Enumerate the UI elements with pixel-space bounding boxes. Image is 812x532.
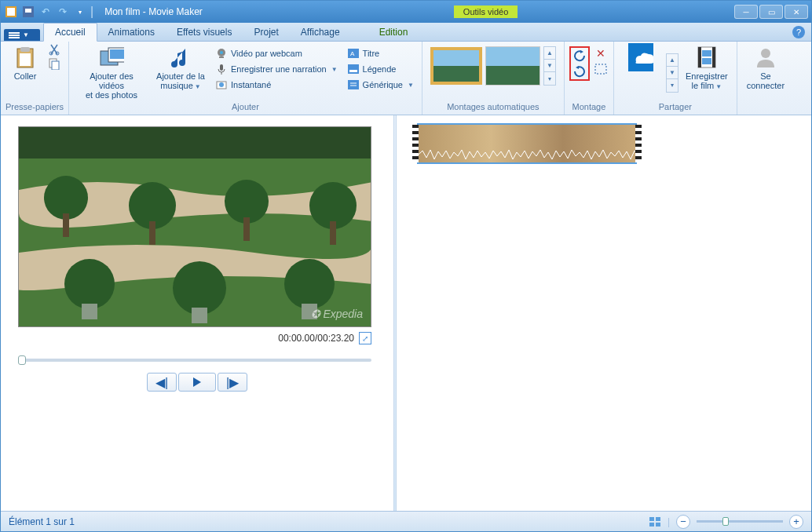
timeline-clip[interactable]: [417, 123, 637, 164]
play-button[interactable]: [178, 373, 216, 392]
zoom-controls: | − +: [649, 515, 803, 529]
rotate-right-icon[interactable]: [572, 64, 587, 78]
credits-icon: [347, 78, 360, 91]
delete-icon[interactable]: ✕: [593, 46, 609, 60]
photos-icon: [99, 45, 124, 70]
svg-point-46: [64, 259, 115, 309]
ajouter-musique-label: Ajouter de la musique▼: [156, 71, 205, 91]
thumbnails-view-icon[interactable]: [649, 516, 661, 528]
tab-accueil[interactable]: Accueil: [43, 23, 97, 42]
tab-affichage[interactable]: Affichage: [290, 24, 351, 41]
ajouter-videos-label: Ajouter des vidéos et des photos: [77, 71, 146, 100]
select-all-icon[interactable]: [593, 62, 609, 76]
fullscreen-icon[interactable]: ⤢: [359, 332, 371, 344]
share-up-icon[interactable]: ▲: [667, 54, 678, 67]
status-text: Élément 1 sur 1: [9, 516, 75, 527]
svg-rect-32: [712, 47, 715, 67]
chevron-down-icon: ▼: [331, 66, 338, 73]
titre-button[interactable]: A Titre: [344, 46, 417, 60]
next-frame-button[interactable]: |▶: [218, 373, 247, 392]
svg-rect-41: [149, 221, 155, 245]
svg-rect-34: [702, 58, 711, 64]
time-row: 00:00.00/00:23.20 ⤢: [18, 332, 371, 344]
prev-frame-button[interactable]: ◀|: [147, 373, 177, 392]
ajouter-musique-button[interactable]: Ajouter de la musique▼: [152, 43, 209, 93]
automovie-theme-1[interactable]: [430, 47, 482, 85]
svg-rect-17: [220, 64, 223, 71]
share-gallery-nav: ▲ ▼ ▾: [666, 53, 678, 93]
zoom-out-button[interactable]: −: [676, 515, 690, 529]
svg-rect-43: [243, 217, 250, 241]
svg-point-20: [219, 82, 224, 87]
file-tab[interactable]: ▼: [4, 29, 40, 41]
seek-slider[interactable]: [18, 359, 371, 362]
instantane-button[interactable]: Instantané: [212, 78, 341, 92]
enregistrer-film-label: Enregistrer le film▼: [686, 71, 728, 91]
svg-rect-39: [63, 213, 69, 237]
save-icon[interactable]: [21, 5, 35, 19]
svg-rect-49: [192, 308, 207, 323]
undo-icon[interactable]: ↶: [38, 5, 53, 19]
gallery-up-icon[interactable]: ▲: [544, 47, 555, 60]
timeline-pane[interactable]: [397, 115, 811, 511]
legende-button[interactable]: Légende: [344, 62, 417, 76]
svg-rect-33: [702, 50, 711, 56]
coller-button[interactable]: Coller: [5, 43, 45, 82]
generique-button[interactable]: Générique ▼: [344, 78, 417, 92]
group-ajouter: Ajouter des vidéos et des photos Ajouter…: [69, 42, 422, 115]
svg-rect-1: [7, 8, 15, 16]
svg-rect-25: [348, 80, 359, 89]
cut-icon[interactable]: [48, 43, 60, 56]
enregistrer-film-button[interactable]: Enregistrer le film▼: [682, 43, 732, 93]
minimize-button[interactable]: ─: [734, 5, 758, 19]
coller-label: Coller: [14, 71, 37, 81]
ajouter-videos-photos-button[interactable]: Ajouter des vidéos et des photos: [74, 43, 149, 101]
redo-icon[interactable]: ↷: [56, 5, 70, 19]
gallery-nav: ▲ ▼ ▾: [543, 46, 556, 86]
zoom-knob[interactable]: [722, 517, 729, 526]
share-more-icon[interactable]: ▾: [667, 79, 678, 92]
tab-edition[interactable]: Edition: [368, 24, 419, 41]
se-connecter-button[interactable]: Se connecter: [742, 43, 789, 92]
tab-projet[interactable]: Projet: [243, 24, 289, 41]
gallery-down-icon[interactable]: ▼: [544, 60, 555, 72]
zoom-slider[interactable]: [697, 520, 783, 523]
automovie-theme-2[interactable]: [485, 46, 540, 86]
narration-button[interactable]: Enregistrer une narration ▼: [212, 62, 341, 76]
zoom-in-button[interactable]: +: [789, 515, 803, 529]
preview-image: [19, 127, 371, 327]
svg-rect-5: [20, 47, 30, 52]
app-icon[interactable]: [4, 5, 18, 19]
svg-rect-31: [698, 47, 701, 67]
title-bar: ↶ ↷ ▾ | Mon film - Movie Maker Outils vi…: [1, 1, 811, 23]
automovie-gallery: ▲ ▼ ▾: [427, 43, 559, 89]
group-label-connecter: [742, 111, 789, 113]
group-label-montages-auto: Montages automatiques: [427, 102, 559, 113]
rotate-left-icon[interactable]: [572, 49, 587, 63]
close-button[interactable]: ✕: [785, 5, 808, 19]
seek-knob[interactable]: [18, 355, 26, 365]
preview-pane: ✪ Expedia 00:00.00/00:23.20 ⤢ ◀| |▶: [1, 115, 393, 511]
webcam-button[interactable]: Vidéo par webcam: [212, 46, 341, 60]
music-note-icon: [168, 45, 193, 70]
qat-dropdown-icon[interactable]: ▾: [73, 5, 87, 19]
group-partager: ▲ ▼ ▾ Enregistrer le film▼ Partager: [614, 42, 737, 115]
share-down-icon[interactable]: ▼: [667, 67, 678, 79]
onedrive-icon: [628, 45, 653, 70]
maximize-button[interactable]: ▭: [759, 5, 783, 19]
copy-icon[interactable]: [48, 57, 60, 70]
gallery-more-icon[interactable]: ▾: [544, 72, 555, 85]
help-button[interactable]: ?: [792, 26, 805, 38]
svg-rect-28: [595, 64, 606, 74]
onedrive-button[interactable]: [619, 43, 663, 73]
tab-animations[interactable]: Animations: [97, 24, 166, 41]
svg-point-48: [173, 261, 226, 315]
svg-rect-45: [330, 221, 336, 245]
caption-icon: [347, 63, 360, 75]
tab-effets-visuels[interactable]: Effets visuels: [166, 24, 243, 41]
contextual-tool-tab[interactable]: Outils vidéo: [454, 5, 518, 18]
video-preview[interactable]: ✪ Expedia: [18, 126, 371, 327]
svg-rect-3: [25, 9, 31, 13]
group-montage: ✕ Montage: [565, 42, 614, 115]
webcam-icon: [215, 47, 228, 60]
